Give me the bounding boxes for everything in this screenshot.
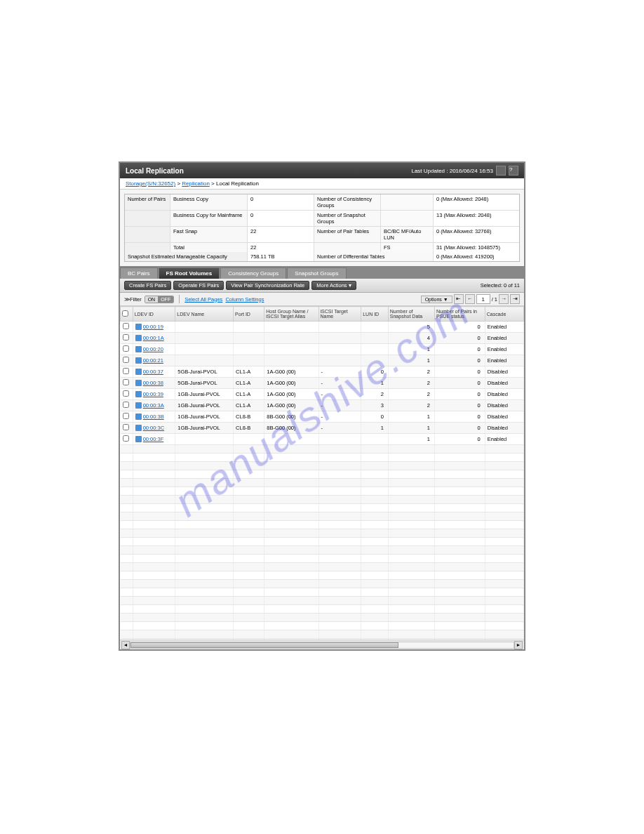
port-id: [234, 333, 264, 344]
iscsi-target: [318, 333, 361, 344]
summary-value2: 0 (Max Allowed: 32768): [434, 227, 519, 242]
column-settings[interactable]: Column Settings: [225, 296, 264, 303]
tab-snapshot-groups[interactable]: Snapshot Groups: [287, 267, 346, 279]
ldev-link[interactable]: 00:00:3C: [143, 425, 164, 431]
lun-id: [361, 344, 389, 355]
summary-label: Business Copy for Mainframe: [170, 211, 248, 226]
row-checkbox[interactable]: [123, 334, 129, 340]
empty-row: [121, 470, 524, 479]
row-checkbox[interactable]: [123, 435, 129, 442]
table-row[interactable]: 00:00:1950Enabled: [121, 322, 524, 333]
ldev-link[interactable]: 00:00:1A: [143, 335, 164, 341]
ldev-link[interactable]: 00:00:3F: [143, 436, 164, 442]
column-header[interactable]: Number of Snapshot Data: [388, 307, 434, 322]
cascade: Disabled: [485, 378, 523, 389]
table-row[interactable]: 00:00:2110Enabled: [121, 355, 524, 366]
iscsi-target: -: [318, 389, 361, 400]
ldev-name: [175, 344, 234, 355]
snapshot-count: 2: [388, 378, 434, 389]
table-row[interactable]: 00:00:3A1GB-Juurai-PVOLCL1-A1A-G00 (00)-…: [121, 400, 524, 411]
row-checkbox[interactable]: [123, 357, 129, 363]
row-checkbox[interactable]: [123, 345, 129, 352]
lun-id: 0: [361, 366, 389, 378]
summary-label: Fast Snap: [170, 227, 248, 242]
table-row[interactable]: 00:00:2010Enabled: [121, 344, 524, 355]
refresh-icon[interactable]: [496, 166, 506, 176]
breadcrumb-replication[interactable]: Replication: [182, 180, 210, 187]
table-row[interactable]: 00:00:385GB-Jurai-PVOLCL1-A1A-G00 (00)-1…: [121, 378, 524, 389]
summary-sublabel: BC/BC MF/Auto LUN: [381, 227, 434, 242]
column-header[interactable]: Host Group Name / iSCSI Target Alias: [264, 307, 318, 322]
ldev-link[interactable]: 00:00:21: [143, 357, 163, 364]
ldev-link[interactable]: 00:00:37: [143, 369, 163, 375]
row-checkbox[interactable]: [123, 379, 129, 385]
psue-count: 0: [435, 344, 485, 355]
empty-row: [121, 479, 524, 487]
column-header[interactable]: Port ID: [234, 307, 264, 322]
cascade: Disabled: [485, 400, 523, 411]
ldev-link[interactable]: 00:00:19: [143, 324, 163, 330]
column-header[interactable]: Number of Pairs in PSUE status: [435, 307, 485, 322]
diff-value: 0 (Max Allowed: 419200): [434, 252, 519, 261]
page-total: / 1: [492, 296, 497, 303]
iscsi-target: [318, 355, 361, 366]
horizontal-scrollbar[interactable]: ◄ ►: [120, 640, 524, 649]
row-checkbox[interactable]: [123, 424, 129, 430]
table-row[interactable]: 00:00:3B1GB-Juurai-PVOLCL8-B8B-G00 (00)-…: [121, 411, 524, 423]
summary-value: 22: [248, 227, 314, 242]
page-last-button[interactable]: ⇥: [510, 294, 520, 304]
breadcrumb-current: Local Replication: [216, 180, 259, 187]
column-header[interactable]: LUN ID: [361, 307, 389, 322]
row-checkbox[interactable]: [123, 323, 129, 329]
options-button[interactable]: Options ▼: [421, 296, 452, 303]
page-prev-button[interactable]: ←: [465, 294, 475, 304]
volume-icon: [135, 335, 142, 341]
table-row[interactable]: 00:00:1A40Enabled: [121, 333, 524, 344]
column-header[interactable]: [121, 307, 133, 322]
column-header[interactable]: iSCSI Target Name: [318, 307, 361, 322]
ldev-link[interactable]: 00:00:3B: [143, 413, 164, 420]
host-group: 1A-G00 (00): [264, 366, 318, 378]
ldev-name: [175, 333, 234, 344]
ldev-link[interactable]: 00:00:39: [143, 391, 163, 397]
help-icon[interactable]: ?: [509, 166, 518, 176]
row-checkbox[interactable]: [123, 368, 129, 374]
lun-id: [361, 333, 389, 344]
select-all-pages[interactable]: Select All Pages: [185, 296, 222, 303]
row-checkbox[interactable]: [123, 413, 129, 419]
select-all-checkbox[interactable]: [122, 310, 128, 317]
page-input[interactable]: [476, 294, 490, 304]
filter-bar: ≫Filter ON OFF Select All Pages Column S…: [120, 293, 524, 306]
table-row[interactable]: 00:00:391GB-Juurai-PVOLCL1-A1A-G00 (00)-…: [121, 389, 524, 400]
scroll-right-icon[interactable]: ►: [514, 641, 523, 649]
view-pair-sync-button[interactable]: View Pair Synchronization Rate: [226, 281, 309, 290]
tab-fs-root-volumes[interactable]: FS Root Volumes: [159, 267, 220, 279]
tab-bc-pairs[interactable]: BC Pairs: [120, 267, 158, 279]
ldev-link[interactable]: 00:00:3A: [143, 402, 164, 409]
more-actions-button[interactable]: More Actions ▾: [311, 281, 356, 290]
row-checkbox[interactable]: [123, 390, 129, 397]
column-header[interactable]: LDEV Name: [175, 307, 234, 322]
page-next-button[interactable]: →: [499, 294, 509, 304]
create-fs-pairs-button[interactable]: Create FS Pairs: [124, 281, 171, 290]
column-header[interactable]: Cascade: [485, 307, 523, 322]
empty-row: [121, 521, 524, 529]
volume-icon: [135, 391, 142, 397]
table-row[interactable]: 00:00:375GB-Jurai-PVOLCL1-A1A-G00 (00)-0…: [121, 366, 524, 378]
psue-count: 0: [435, 400, 485, 411]
filter-toggle[interactable]: ON OFF: [145, 296, 175, 303]
tab-consistency-groups[interactable]: Consistency Groups: [220, 267, 286, 279]
ldev-link[interactable]: 00:00:38: [143, 380, 163, 386]
column-header[interactable]: LDEV ID: [133, 307, 175, 322]
table-row[interactable]: 00:00:3F10Enabled: [121, 434, 524, 445]
empty-row: [121, 546, 524, 555]
table-row[interactable]: 00:00:3C1GB-Juurai-PVOLCL8-B8B-G00 (00)-…: [121, 423, 524, 434]
summary-label: Business Copy: [170, 194, 248, 210]
operate-fs-pairs-button[interactable]: Operate FS Pairs: [173, 281, 224, 290]
ldev-name: 1GB-Juurai-PVOL: [175, 423, 234, 434]
page-first-button[interactable]: ⇤: [454, 294, 464, 304]
row-checkbox[interactable]: [123, 402, 129, 408]
ldev-link[interactable]: 00:00:20: [143, 346, 163, 352]
breadcrumb-storage[interactable]: Storage(S/N:32652): [126, 180, 175, 187]
scroll-left-icon[interactable]: ◄: [121, 641, 130, 649]
